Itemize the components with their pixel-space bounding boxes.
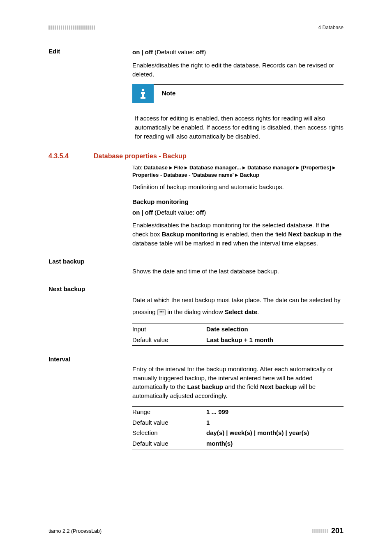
- note-label: Note: [154, 85, 344, 103]
- int-default1-label: Default value: [132, 418, 206, 427]
- section-definition: Definition of backup monitoring and auto…: [132, 183, 344, 192]
- section-number: 4.3.5.4: [48, 153, 69, 160]
- next-backup-desc: Date at which the next backup must take …: [132, 294, 344, 318]
- nb-input-label: Input: [132, 325, 206, 334]
- svg-rect-3: [141, 97, 145, 99]
- edit-onoff-options: on | off: [132, 49, 153, 56]
- edit-onoff-suffix: ): [204, 49, 206, 56]
- header-decor-bars: [48, 25, 95, 30]
- page-footer: tiamo 2.2 (ProcessLab) 201: [48, 527, 344, 535]
- note-body: If access for editing is enabled, then a…: [132, 103, 344, 141]
- interval-table: Range 1 ... 999 Default value 1 Selectio…: [132, 406, 344, 449]
- int-range-value: 1 ... 999: [206, 407, 228, 416]
- bm-onoff-suffix: ): [204, 209, 206, 216]
- last-backup-label: Last backup: [48, 258, 85, 265]
- tab-path: Tab: Database ▶ File ▶ Database manager.…: [132, 164, 344, 180]
- ellipsis-button-icon: •••: [157, 309, 166, 315]
- nb-default-value: Last backup + 1 month: [206, 335, 273, 345]
- interval-desc: Entry of the interval for the backup mon…: [132, 365, 344, 400]
- svg-rect-2: [142, 92, 144, 98]
- int-selection-label: Selection: [132, 428, 206, 437]
- edit-desc: Enables/disables the right to edit the d…: [132, 61, 344, 79]
- note-box: Note If access for editing is enabled, t…: [132, 84, 344, 141]
- page-number: 201: [331, 527, 344, 535]
- int-default2-value: month(s): [206, 439, 233, 448]
- bm-default-label: (Default value:: [153, 209, 196, 216]
- int-selection-value: day(s) | week(s) | month(s) | year(s): [206, 428, 309, 437]
- nb-input-value: Date selection: [206, 325, 248, 334]
- edit-label: Edit: [48, 48, 60, 55]
- next-backup-table: Input Date selection Default value Last …: [132, 324, 344, 346]
- edit-default-value: off: [196, 49, 204, 56]
- bm-default-value: off: [196, 209, 204, 216]
- nb-default-label: Default value: [132, 335, 206, 345]
- backup-monitoring-onoff: on | off (Default value: off): [132, 208, 344, 217]
- section-title: Database properties - Backup: [94, 153, 187, 160]
- interval-label: Interval: [48, 356, 70, 363]
- footer-product: tiamo 2.2 (ProcessLab): [48, 528, 101, 534]
- header-chapter: 4 Database: [318, 25, 344, 30]
- edit-default-label: (Default value:: [153, 49, 196, 56]
- info-icon: [132, 84, 154, 103]
- backup-monitoring-desc: Enables/disables the backup monitoring f…: [132, 221, 344, 247]
- int-default2-label: Default value: [132, 439, 206, 448]
- next-backup-label: Next backup: [48, 285, 85, 292]
- int-range-label: Range: [132, 407, 206, 416]
- svg-point-0: [142, 89, 144, 91]
- bm-onoff-options: on | off: [132, 209, 153, 216]
- int-default1-value: 1: [206, 418, 210, 427]
- last-backup-desc: Shows the date and time of the last data…: [132, 267, 344, 276]
- backup-monitoring-heading: Backup monitoring: [132, 197, 344, 206]
- edit-onoff: on | off (Default value: off): [132, 48, 344, 57]
- page-header: 4 Database: [48, 25, 344, 30]
- footer-decor-bars: [312, 529, 328, 533]
